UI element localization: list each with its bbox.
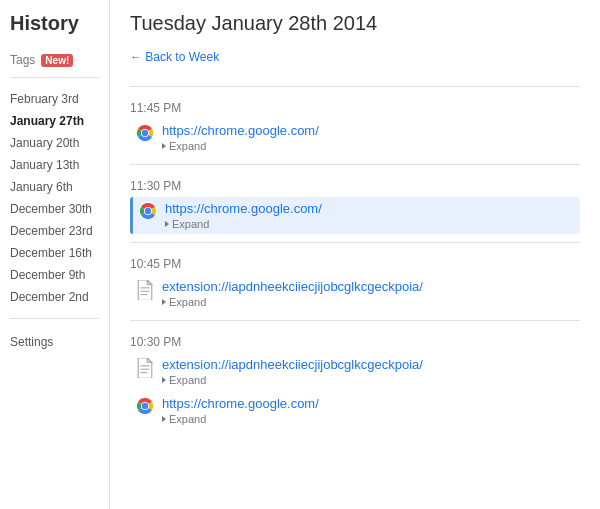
time-label: 11:45 PM [130,95,580,119]
entry-url-link[interactable]: extension://iapdnheekciiecjijobcglkcgeck… [162,357,423,372]
sidebar-nav-item[interactable]: December 23rd [10,220,99,242]
expand-triangle-icon [165,221,169,227]
sidebar-nav-item[interactable]: December 16th [10,242,99,264]
sidebar-divider-top [10,77,99,78]
history-entry: extension://iapdnheekciiecjijobcglkcgeck… [130,353,580,390]
time-label: 10:45 PM [130,251,580,275]
entry-url-link[interactable]: https://chrome.google.com/ [162,123,319,138]
main-content: Tuesday January 28th 2014 ← Back to Week… [110,0,600,509]
history-entry: https://chrome.google.com/Expand [130,392,580,429]
sidebar-title: History [10,12,99,35]
new-badge: New! [41,54,73,67]
svg-point-2 [142,130,148,136]
entry-content: https://chrome.google.com/Expand [165,201,322,230]
entry-content: https://chrome.google.com/Expand [162,123,319,152]
time-label: 10:30 PM [130,329,580,353]
entry-content: extension://iapdnheekciiecjijobcglkcgeck… [162,357,423,386]
expand-triangle-icon [162,299,166,305]
expand-toggle[interactable]: Expand [162,374,423,386]
expand-label: Expand [172,218,209,230]
page-title: Tuesday January 28th 2014 [130,12,580,35]
svg-point-5 [145,208,151,214]
history-entry: https://chrome.google.com/Expand [130,119,580,156]
sidebar-nav-item[interactable]: January 13th [10,154,99,176]
sidebar-nav-item[interactable]: December 2nd [10,286,99,308]
main-top-divider [130,86,580,87]
expand-toggle[interactable]: Expand [162,413,319,425]
chrome-icon [139,202,157,220]
entry-url-link[interactable]: https://chrome.google.com/ [165,201,322,216]
expand-label: Expand [169,140,206,152]
extension-doc-icon [136,280,154,298]
sidebar-nav-item[interactable]: January 27th [10,110,99,132]
expand-triangle-icon [162,377,166,383]
tags-label: Tags [10,53,35,67]
entry-content: extension://iapdnheekciiecjijobcglkcgeck… [162,279,423,308]
sidebar-nav-item[interactable]: February 3rd [10,88,99,110]
entry-url-link[interactable]: extension://iapdnheekciiecjijobcglkcgeck… [162,279,423,294]
sidebar: History Tags New! February 3rdJanuary 27… [0,0,110,509]
group-divider [130,242,580,243]
group-divider [130,164,580,165]
sidebar-nav-item[interactable]: January 6th [10,176,99,198]
sidebar-divider-bottom [10,318,99,319]
expand-label: Expand [169,413,206,425]
group-divider [130,320,580,321]
sidebar-nav: February 3rdJanuary 27thJanuary 20thJanu… [10,88,99,308]
sidebar-nav-item[interactable]: December 30th [10,198,99,220]
expand-triangle-icon [162,416,166,422]
time-label: 11:30 PM [130,173,580,197]
chrome-icon [136,124,154,142]
expand-toggle[interactable]: Expand [165,218,322,230]
entry-url-link[interactable]: https://chrome.google.com/ [162,396,319,411]
expand-triangle-icon [162,143,166,149]
sidebar-nav-item[interactable]: January 20th [10,132,99,154]
expand-label: Expand [169,374,206,386]
extension-doc-icon [136,358,154,376]
time-groups: 11:45 PM https://chrome.google.com/Expan… [130,95,580,429]
sidebar-nav-item[interactable]: December 9th [10,264,99,286]
entry-content: https://chrome.google.com/Expand [162,396,319,425]
settings-link[interactable]: Settings [10,335,99,349]
history-entry: extension://iapdnheekciiecjijobcglkcgeck… [130,275,580,312]
expand-label: Expand [169,296,206,308]
tags-section: Tags New! [10,53,99,67]
chrome-icon [136,397,154,415]
back-to-week-link[interactable]: ← Back to Week [130,50,219,64]
svg-point-14 [142,403,148,409]
expand-toggle[interactable]: Expand [162,140,319,152]
history-entry: https://chrome.google.com/Expand [130,197,580,234]
expand-toggle[interactable]: Expand [162,296,423,308]
